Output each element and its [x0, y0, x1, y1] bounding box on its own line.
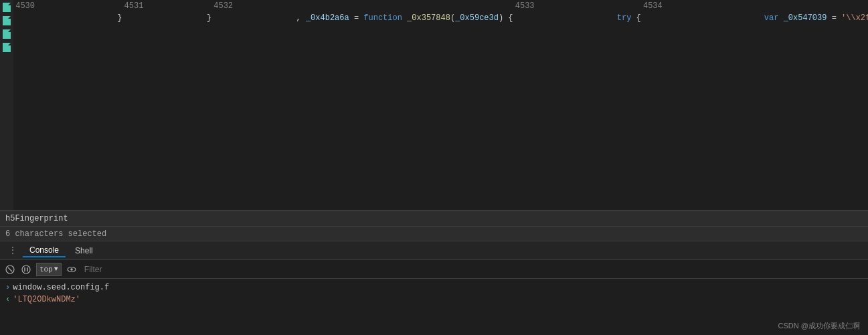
file-icon-4 [1, 42, 12, 53]
line-num-4531: 4531 [122, 0, 149, 12]
line-code-4533: try { [540, 0, 641, 12]
line-num-4532: 4532 [211, 0, 238, 12]
console-area: ⋮ Console Shell top ▼ [0, 241, 868, 335]
file-tab-bar: h5Fingerprint [0, 211, 868, 227]
console-tab-bar: ⋮ Console Shell [0, 241, 868, 260]
console-line-1: › window.seed.config.f [5, 282, 863, 294]
line-4532: 4532 , _0x4b2a6a = function _0x357848(_0… [211, 0, 513, 12]
file-icon-1 [1, 2, 12, 13]
watermark-text: CSDN @成功你要成仁啊 [778, 322, 860, 330]
line-num-4530: 4530 [13, 0, 40, 12]
line-code-4532: , _0x4b2a6a = function _0x357848(_0x59ce… [238, 0, 513, 12]
svg-line-1 [8, 267, 12, 271]
console-arrow-2: ‹ [5, 294, 10, 306]
sidebar-icons [0, 0, 13, 210]
line-num-4533: 4533 [513, 0, 540, 12]
line-4534: 4534 var _0x547039 = '\\x2f' [641, 0, 868, 12]
pause-button[interactable] [20, 263, 32, 275]
console-toolbar: top ▼ [0, 260, 868, 279]
code-editor: Script snipp Script snipp Script snipp S… [0, 0, 868, 211]
console-line-2: ‹ 'LTQ2ODkwNDMz' [5, 294, 863, 306]
selection-info-text: 6 characters selected [5, 229, 106, 239]
console-arrow-1: › [5, 282, 10, 294]
selection-info-bar: 6 characters selected [0, 227, 868, 241]
line-code-4534: var _0x547039 = '\\x2f' [668, 0, 868, 12]
watermark: CSDN @成功你要成仁啊 [778, 321, 860, 331]
file-icon-2 [1, 15, 12, 26]
console-text-2: 'LTQ2ODkwNDMz' [13, 294, 80, 306]
console-text-1: window.seed.config.f [13, 282, 109, 294]
file-tab-name: h5Fingerprint [5, 214, 68, 223]
context-selector[interactable]: top ▼ [36, 263, 62, 276]
console-drag-handle[interactable]: ⋮ [5, 245, 20, 256]
line-4531: 4531 } [122, 0, 211, 12]
eye-icon-button[interactable] [66, 263, 78, 275]
svg-point-2 [22, 265, 30, 273]
chevron-down-icon: ▼ [54, 265, 58, 273]
svg-point-6 [70, 268, 73, 271]
line-num-4534: 4534 [641, 0, 668, 12]
tab-console[interactable]: Console [23, 244, 66, 257]
context-selector-label: top [39, 265, 53, 273]
line-code-4530: } [40, 0, 122, 12]
line-code-4531: } [149, 0, 211, 12]
clear-console-button[interactable] [4, 263, 16, 275]
tab-shell[interactable]: Shell [68, 245, 100, 257]
console-output: › window.seed.config.f ‹ 'LTQ2ODkwNDMz' [0, 279, 868, 335]
line-4530: 4530 } [13, 0, 122, 12]
filter-input[interactable] [82, 263, 864, 276]
file-icon-3 [1, 29, 12, 39]
line-4533: 4533 try { [513, 0, 641, 12]
